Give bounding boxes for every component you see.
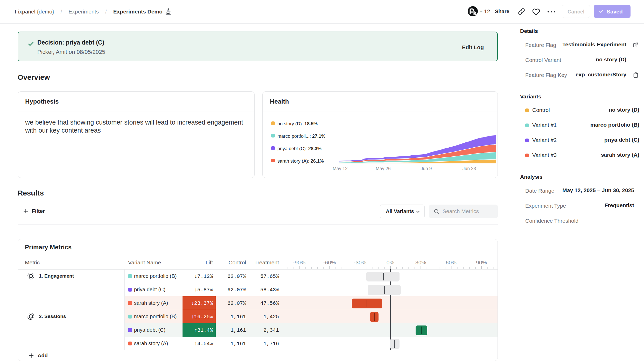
svg-text:Jun 23: Jun 23: [463, 166, 476, 171]
svg-text:May 12: May 12: [333, 166, 347, 171]
svg-text:Jun 9: Jun 9: [421, 166, 432, 171]
svg-text:May 26: May 26: [376, 166, 390, 171]
